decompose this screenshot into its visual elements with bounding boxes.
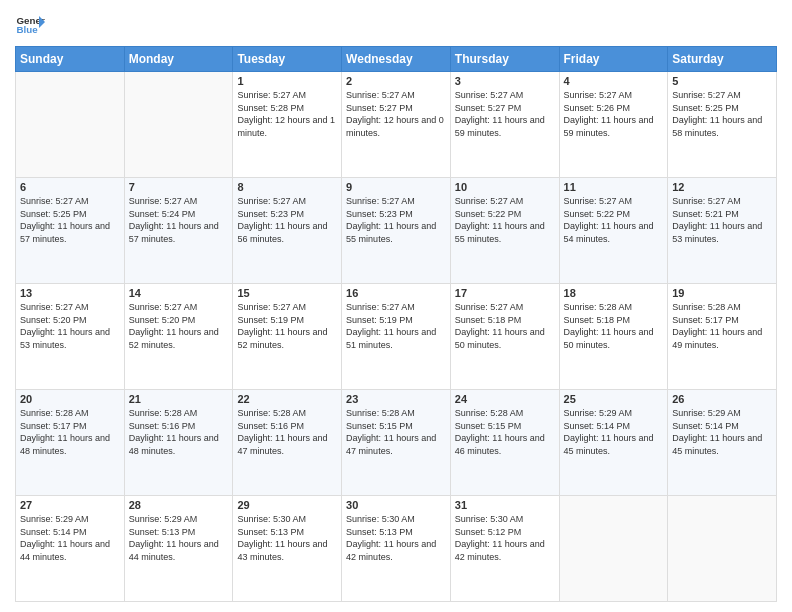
day-info: Sunrise: 5:27 AMSunset: 5:20 PMDaylight:… bbox=[20, 301, 120, 351]
calendar-cell: 24Sunrise: 5:28 AMSunset: 5:15 PMDayligh… bbox=[450, 390, 559, 496]
day-number: 8 bbox=[237, 181, 337, 193]
day-number: 27 bbox=[20, 499, 120, 511]
day-info: Sunrise: 5:27 AMSunset: 5:27 PMDaylight:… bbox=[455, 89, 555, 139]
day-number: 28 bbox=[129, 499, 229, 511]
day-number: 29 bbox=[237, 499, 337, 511]
day-number: 21 bbox=[129, 393, 229, 405]
weekday-sunday: Sunday bbox=[16, 47, 125, 72]
header: General Blue bbox=[15, 10, 777, 40]
calendar-cell: 29Sunrise: 5:30 AMSunset: 5:13 PMDayligh… bbox=[233, 496, 342, 602]
day-number: 4 bbox=[564, 75, 664, 87]
calendar-table: SundayMondayTuesdayWednesdayThursdayFrid… bbox=[15, 46, 777, 602]
calendar-cell: 5Sunrise: 5:27 AMSunset: 5:25 PMDaylight… bbox=[668, 72, 777, 178]
day-info: Sunrise: 5:29 AMSunset: 5:14 PMDaylight:… bbox=[564, 407, 664, 457]
calendar-cell: 31Sunrise: 5:30 AMSunset: 5:12 PMDayligh… bbox=[450, 496, 559, 602]
calendar-cell: 11Sunrise: 5:27 AMSunset: 5:22 PMDayligh… bbox=[559, 178, 668, 284]
calendar-cell: 16Sunrise: 5:27 AMSunset: 5:19 PMDayligh… bbox=[342, 284, 451, 390]
day-number: 31 bbox=[455, 499, 555, 511]
svg-text:Blue: Blue bbox=[17, 24, 39, 35]
calendar-cell: 21Sunrise: 5:28 AMSunset: 5:16 PMDayligh… bbox=[124, 390, 233, 496]
day-info: Sunrise: 5:29 AMSunset: 5:13 PMDaylight:… bbox=[129, 513, 229, 563]
calendar-cell bbox=[124, 72, 233, 178]
calendar-cell: 4Sunrise: 5:27 AMSunset: 5:26 PMDaylight… bbox=[559, 72, 668, 178]
day-number: 24 bbox=[455, 393, 555, 405]
day-info: Sunrise: 5:27 AMSunset: 5:25 PMDaylight:… bbox=[20, 195, 120, 245]
day-info: Sunrise: 5:27 AMSunset: 5:22 PMDaylight:… bbox=[455, 195, 555, 245]
day-info: Sunrise: 5:30 AMSunset: 5:13 PMDaylight:… bbox=[237, 513, 337, 563]
calendar-cell: 30Sunrise: 5:30 AMSunset: 5:13 PMDayligh… bbox=[342, 496, 451, 602]
day-info: Sunrise: 5:27 AMSunset: 5:23 PMDaylight:… bbox=[237, 195, 337, 245]
calendar-cell: 28Sunrise: 5:29 AMSunset: 5:13 PMDayligh… bbox=[124, 496, 233, 602]
week-row-2: 6Sunrise: 5:27 AMSunset: 5:25 PMDaylight… bbox=[16, 178, 777, 284]
day-number: 13 bbox=[20, 287, 120, 299]
weekday-wednesday: Wednesday bbox=[342, 47, 451, 72]
day-number: 25 bbox=[564, 393, 664, 405]
weekday-monday: Monday bbox=[124, 47, 233, 72]
day-number: 3 bbox=[455, 75, 555, 87]
day-number: 7 bbox=[129, 181, 229, 193]
day-number: 23 bbox=[346, 393, 446, 405]
day-info: Sunrise: 5:27 AMSunset: 5:27 PMDaylight:… bbox=[346, 89, 446, 139]
day-number: 2 bbox=[346, 75, 446, 87]
logo: General Blue bbox=[15, 10, 45, 40]
week-row-1: 1Sunrise: 5:27 AMSunset: 5:28 PMDaylight… bbox=[16, 72, 777, 178]
day-number: 17 bbox=[455, 287, 555, 299]
day-info: Sunrise: 5:27 AMSunset: 5:18 PMDaylight:… bbox=[455, 301, 555, 351]
week-row-4: 20Sunrise: 5:28 AMSunset: 5:17 PMDayligh… bbox=[16, 390, 777, 496]
day-number: 26 bbox=[672, 393, 772, 405]
calendar-cell: 19Sunrise: 5:28 AMSunset: 5:17 PMDayligh… bbox=[668, 284, 777, 390]
day-number: 14 bbox=[129, 287, 229, 299]
calendar-cell: 3Sunrise: 5:27 AMSunset: 5:27 PMDaylight… bbox=[450, 72, 559, 178]
calendar-cell: 27Sunrise: 5:29 AMSunset: 5:14 PMDayligh… bbox=[16, 496, 125, 602]
day-info: Sunrise: 5:27 AMSunset: 5:20 PMDaylight:… bbox=[129, 301, 229, 351]
day-number: 18 bbox=[564, 287, 664, 299]
day-info: Sunrise: 5:27 AMSunset: 5:22 PMDaylight:… bbox=[564, 195, 664, 245]
week-row-5: 27Sunrise: 5:29 AMSunset: 5:14 PMDayligh… bbox=[16, 496, 777, 602]
calendar-cell: 7Sunrise: 5:27 AMSunset: 5:24 PMDaylight… bbox=[124, 178, 233, 284]
calendar-cell: 26Sunrise: 5:29 AMSunset: 5:14 PMDayligh… bbox=[668, 390, 777, 496]
day-info: Sunrise: 5:27 AMSunset: 5:21 PMDaylight:… bbox=[672, 195, 772, 245]
calendar-cell: 15Sunrise: 5:27 AMSunset: 5:19 PMDayligh… bbox=[233, 284, 342, 390]
day-number: 20 bbox=[20, 393, 120, 405]
day-number: 10 bbox=[455, 181, 555, 193]
day-info: Sunrise: 5:28 AMSunset: 5:17 PMDaylight:… bbox=[672, 301, 772, 351]
day-number: 12 bbox=[672, 181, 772, 193]
calendar-cell: 14Sunrise: 5:27 AMSunset: 5:20 PMDayligh… bbox=[124, 284, 233, 390]
weekday-tuesday: Tuesday bbox=[233, 47, 342, 72]
weekday-saturday: Saturday bbox=[668, 47, 777, 72]
day-number: 5 bbox=[672, 75, 772, 87]
day-info: Sunrise: 5:27 AMSunset: 5:23 PMDaylight:… bbox=[346, 195, 446, 245]
calendar-cell: 18Sunrise: 5:28 AMSunset: 5:18 PMDayligh… bbox=[559, 284, 668, 390]
day-number: 22 bbox=[237, 393, 337, 405]
day-info: Sunrise: 5:30 AMSunset: 5:12 PMDaylight:… bbox=[455, 513, 555, 563]
day-info: Sunrise: 5:27 AMSunset: 5:19 PMDaylight:… bbox=[346, 301, 446, 351]
day-info: Sunrise: 5:29 AMSunset: 5:14 PMDaylight:… bbox=[672, 407, 772, 457]
calendar-cell: 9Sunrise: 5:27 AMSunset: 5:23 PMDaylight… bbox=[342, 178, 451, 284]
calendar-cell: 17Sunrise: 5:27 AMSunset: 5:18 PMDayligh… bbox=[450, 284, 559, 390]
day-number: 19 bbox=[672, 287, 772, 299]
day-number: 11 bbox=[564, 181, 664, 193]
calendar-cell: 13Sunrise: 5:27 AMSunset: 5:20 PMDayligh… bbox=[16, 284, 125, 390]
calendar-cell bbox=[668, 496, 777, 602]
calendar-cell: 12Sunrise: 5:27 AMSunset: 5:21 PMDayligh… bbox=[668, 178, 777, 284]
calendar-cell bbox=[559, 496, 668, 602]
day-number: 6 bbox=[20, 181, 120, 193]
calendar-cell bbox=[16, 72, 125, 178]
day-info: Sunrise: 5:27 AMSunset: 5:28 PMDaylight:… bbox=[237, 89, 337, 139]
calendar-cell: 8Sunrise: 5:27 AMSunset: 5:23 PMDaylight… bbox=[233, 178, 342, 284]
day-info: Sunrise: 5:28 AMSunset: 5:17 PMDaylight:… bbox=[20, 407, 120, 457]
day-info: Sunrise: 5:29 AMSunset: 5:14 PMDaylight:… bbox=[20, 513, 120, 563]
day-number: 9 bbox=[346, 181, 446, 193]
calendar-cell: 10Sunrise: 5:27 AMSunset: 5:22 PMDayligh… bbox=[450, 178, 559, 284]
calendar-cell: 1Sunrise: 5:27 AMSunset: 5:28 PMDaylight… bbox=[233, 72, 342, 178]
day-number: 1 bbox=[237, 75, 337, 87]
calendar-cell: 23Sunrise: 5:28 AMSunset: 5:15 PMDayligh… bbox=[342, 390, 451, 496]
weekday-header-row: SundayMondayTuesdayWednesdayThursdayFrid… bbox=[16, 47, 777, 72]
day-number: 30 bbox=[346, 499, 446, 511]
day-info: Sunrise: 5:28 AMSunset: 5:16 PMDaylight:… bbox=[237, 407, 337, 457]
calendar-cell: 22Sunrise: 5:28 AMSunset: 5:16 PMDayligh… bbox=[233, 390, 342, 496]
week-row-3: 13Sunrise: 5:27 AMSunset: 5:20 PMDayligh… bbox=[16, 284, 777, 390]
logo-icon: General Blue bbox=[15, 10, 45, 40]
weekday-friday: Friday bbox=[559, 47, 668, 72]
day-info: Sunrise: 5:27 AMSunset: 5:19 PMDaylight:… bbox=[237, 301, 337, 351]
